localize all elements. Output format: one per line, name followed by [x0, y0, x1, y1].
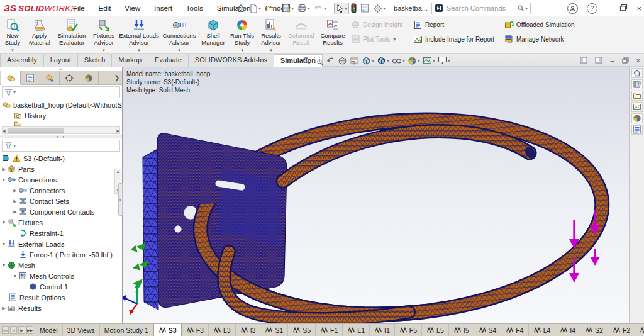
- manage-network-button[interactable]: Manage Network: [504, 35, 599, 44]
- external-loads-advisor-button[interactable]: External Loads Advisor ▾: [118, 16, 160, 53]
- options-gear-button[interactable]: ▾: [372, 1, 387, 15]
- dropdown-arrow[interactable]: ▾: [345, 6, 347, 11]
- view-palette-icon[interactable]: [631, 102, 643, 112]
- doc-close-button[interactable]: ×: [636, 57, 640, 64]
- dropdown-arrow[interactable]: ▾: [275, 6, 278, 11]
- next-tab-button[interactable]: ▶: [18, 326, 25, 334]
- account-icon[interactable]: [567, 3, 578, 14]
- study-tree-filter[interactable]: ▾: [2, 140, 120, 152]
- tab-sketch[interactable]: Sketch: [78, 54, 113, 67]
- select-tool-button[interactable]: ▾: [334, 3, 349, 14]
- manager-tabs-overflow[interactable]: ❯: [112, 71, 122, 84]
- print-button[interactable]: ▾: [296, 1, 311, 15]
- study-item-connectors[interactable]: ▶ Connectors: [0, 185, 122, 196]
- study-item-component-contacts[interactable]: ▶ Component Contacts: [0, 206, 122, 217]
- custom-properties-icon[interactable]: [631, 125, 643, 135]
- tree-root-assembly[interactable]: basketball_hoop (Default<WithoutSpl: [0, 99, 122, 110]
- tab-study-l1[interactable]: L1: [343, 324, 370, 336]
- display-manager-tab[interactable]: [79, 71, 99, 85]
- expand-arrow[interactable]: ▶: [11, 199, 19, 204]
- dropdown-arrow[interactable]: ▾: [525, 6, 528, 11]
- study-item-external-loads[interactable]: ▼ External Loads: [0, 238, 122, 249]
- menu-file[interactable]: File: [66, 0, 92, 16]
- dropdown-arrow[interactable]: ▾: [138, 48, 140, 53]
- study-item-mesh-controls[interactable]: ▼ Mesh Controls: [0, 271, 122, 281]
- tab-study-f2[interactable]: F2: [608, 324, 635, 336]
- include-image-for-report-button[interactable]: Include Image for Report: [413, 35, 500, 44]
- prev-tab-button[interactable]: ◀: [10, 326, 17, 334]
- dimxpert-manager-tab[interactable]: [60, 71, 79, 85]
- properties-list-button[interactable]: [359, 1, 370, 15]
- study-item-mesh[interactable]: ▼ Mesh: [0, 260, 122, 271]
- tab-study-i4[interactable]: I4: [555, 324, 580, 336]
- tab-study-l3[interactable]: L3: [209, 324, 236, 336]
- tree-item-history[interactable]: History: [0, 110, 122, 121]
- study-item-results[interactable]: ▶ Results: [0, 303, 122, 313]
- dropdown-arrow[interactable]: ▾: [372, 58, 374, 64]
- menu-insert[interactable]: Insert: [147, 0, 179, 16]
- scroll-up-arrow[interactable]: ▲: [116, 170, 120, 174]
- tab-study-i5[interactable]: I5: [449, 324, 474, 336]
- last-tab-button[interactable]: ▶▶: [26, 326, 33, 334]
- tab-study-l5[interactable]: L5: [422, 324, 449, 336]
- hide-show-items-icon[interactable]: ▾: [391, 55, 406, 66]
- tab-study-l4[interactable]: L4: [529, 324, 556, 336]
- compare-results-button[interactable]: Compare Results: [317, 16, 348, 53]
- view-settings-icon[interactable]: ▾: [436, 55, 452, 66]
- dropdown-arrow[interactable]: ▾: [13, 89, 16, 95]
- first-tab-button[interactable]: ◀◀: [2, 326, 9, 334]
- tab-markup[interactable]: Markup: [112, 54, 148, 67]
- tab-motion-study-1[interactable]: Motion Study 1: [100, 324, 153, 336]
- undo-button[interactable]: ▾: [313, 1, 328, 15]
- configuration-manager-tab[interactable]: [40, 71, 60, 85]
- zoom-to-area-icon[interactable]: [313, 55, 325, 66]
- menu-edit[interactable]: Edit: [92, 0, 118, 16]
- scroll-left-arrow[interactable]: ◀: [3, 128, 6, 133]
- tab-study-i3[interactable]: I3: [236, 324, 261, 336]
- fixtures-advisor-button[interactable]: Fixtures Advisor ▾: [89, 16, 118, 53]
- study-root-s3[interactable]: S3 (-Default-): [0, 153, 122, 164]
- tab-study-s4[interactable]: S4: [474, 324, 502, 336]
- save-button[interactable]: ▾: [280, 1, 295, 15]
- search-icon[interactable]: [517, 4, 525, 12]
- dropdown-arrow[interactable]: ▾: [11, 48, 14, 53]
- dropdown-arrow[interactable]: ▾: [291, 6, 294, 11]
- expand-arrow[interactable]: ▶: [11, 210, 19, 215]
- tab-evaluate[interactable]: Evaluate: [148, 54, 189, 67]
- study-item-parts[interactable]: ▶ Parts: [0, 164, 122, 174]
- new-document-button[interactable]: ▾: [248, 1, 262, 15]
- tree-horizontal-scrollbar[interactable]: ◀▶: [2, 126, 120, 134]
- restore-button[interactable]: [619, 3, 628, 14]
- pane-left-icon[interactable]: [580, 55, 587, 66]
- tab-solidworks-add-ins[interactable]: SOLIDWORKS Add-Ins: [189, 54, 274, 67]
- dropdown-arrow[interactable]: ▾: [270, 48, 272, 53]
- previous-view-icon[interactable]: [325, 55, 336, 66]
- doc-restore-button[interactable]: [622, 55, 629, 66]
- apply-scene-icon[interactable]: ▾: [421, 55, 436, 66]
- close-button[interactable]: ×: [636, 4, 641, 13]
- display-style-icon[interactable]: ▾: [375, 55, 391, 66]
- offloaded-simulation-button[interactable]: Offloaded Simulation: [504, 20, 599, 30]
- panel-splitter[interactable]: ● ●: [0, 135, 122, 138]
- collapse-arrow[interactable]: ▼: [0, 220, 8, 225]
- run-this-study-button[interactable]: Run This Study ▾: [228, 16, 257, 53]
- dropdown-arrow[interactable]: ▾: [103, 48, 105, 53]
- help-icon[interactable]: ?: [587, 3, 597, 14]
- tab-study-i1[interactable]: I1: [370, 324, 395, 336]
- apply-material-button[interactable]: Apply Material: [25, 16, 54, 53]
- study-item-connections[interactable]: ▼ Connections: [0, 174, 122, 185]
- rebuild-button[interactable]: [350, 1, 358, 15]
- expand-arrow[interactable]: ▶: [0, 167, 8, 172]
- tab-study-l2[interactable]: L2: [635, 324, 644, 336]
- viewport-canvas[interactable]: [123, 67, 629, 323]
- expand-arrow[interactable]: ▶: [0, 306, 8, 311]
- tab-layout[interactable]: Layout: [44, 54, 78, 67]
- study-item-force[interactable]: Force-1 (:Per item: -50 lbf:): [0, 249, 122, 260]
- home-button[interactable]: [235, 1, 247, 15]
- tab-3d-views[interactable]: 3D Views: [63, 324, 100, 336]
- doc-minimize-button[interactable]: –: [610, 57, 614, 64]
- featuremanager-tree-tab[interactable]: [1, 71, 21, 85]
- dropdown-arrow[interactable]: ▾: [178, 48, 180, 53]
- tab-study-s3[interactable]: S3: [153, 324, 182, 336]
- collapse-arrow[interactable]: ▼: [11, 274, 19, 278]
